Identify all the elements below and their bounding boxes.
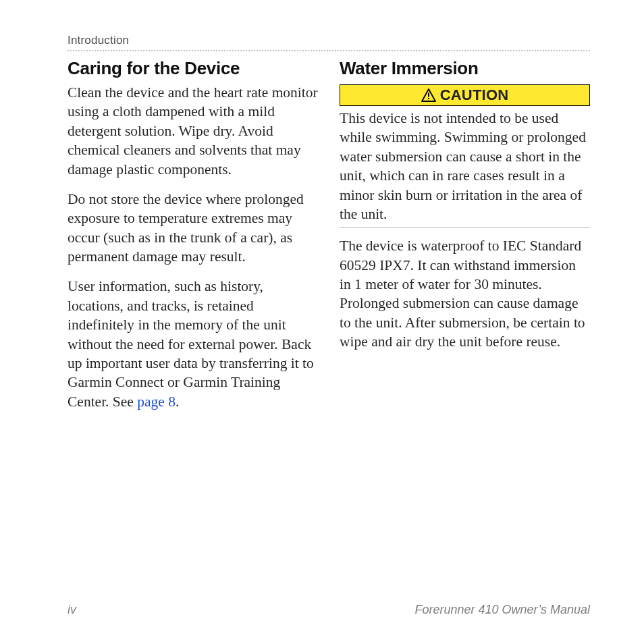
paragraph-user-info-post: . [176, 394, 179, 410]
caution-text: This device is not intended to be used w… [340, 109, 590, 223]
manual-page: Introduction Caring for the Device Clean… [0, 0, 644, 644]
paragraph-cleaning: Clean the device and the heart rate moni… [68, 83, 318, 179]
caution-banner: CAUTION [340, 84, 590, 106]
link-page-8[interactable]: page 8 [137, 394, 176, 410]
heading-water-immersion: Water Immersion [340, 58, 590, 79]
page-number: iv [68, 603, 76, 617]
section-header: Introduction [68, 34, 590, 51]
doc-title: Forerunner 410 Owner’s Manual [415, 603, 590, 617]
page-footer: iv Forerunner 410 Owner’s Manual [68, 596, 590, 617]
paragraph-waterproof: The device is waterproof to IEC Standard… [340, 236, 590, 351]
warning-triangle-icon [421, 88, 436, 102]
paragraph-user-info-pre: User information, such as history, locat… [68, 278, 314, 409]
svg-rect-1 [428, 93, 429, 97]
content-columns: Caring for the Device Clean the device a… [68, 55, 590, 596]
caution-block: CAUTION This device is not intended to b… [340, 84, 590, 228]
svg-rect-2 [428, 98, 429, 99]
caution-label: CAUTION [440, 86, 509, 104]
paragraph-storage: Do not store the device where prolonged … [68, 190, 318, 267]
paragraph-user-info: User information, such as history, locat… [68, 277, 318, 411]
right-column: Water Immersion CAUTION This device is n… [340, 55, 590, 596]
left-column: Caring for the Device Clean the device a… [68, 55, 318, 596]
heading-caring-for-device: Caring for the Device [68, 58, 318, 79]
